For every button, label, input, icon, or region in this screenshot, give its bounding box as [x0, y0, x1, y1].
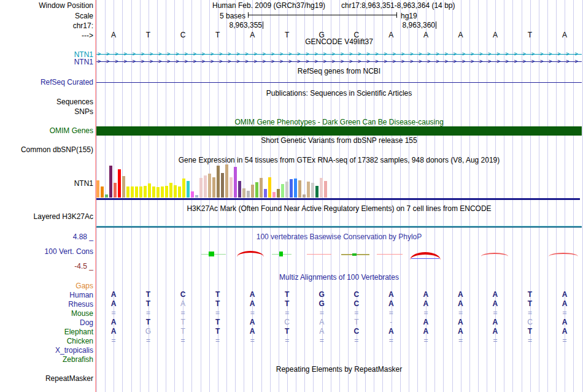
gene-label-ntn1-b[interactable]: NTN1 [74, 58, 93, 66]
gtex-tissue-bar[interactable] [264, 189, 267, 198]
alignment-base: C [270, 318, 304, 326]
strand-arrow-icon: > [410, 58, 413, 64]
h3k27ac-line-dark[interactable] [96, 226, 582, 228]
species-label-zebrafish[interactable]: Zebrafish [63, 355, 93, 364]
gtex-tissue-bar[interactable] [255, 182, 258, 198]
gtex-tissue-bar[interactable] [290, 179, 293, 198]
gtex-tissue-bar[interactable] [161, 186, 164, 198]
gtex-tissue-bar[interactable] [135, 186, 138, 198]
gtex-tissue-bar[interactable] [178, 186, 181, 198]
gtex-tissue-bar[interactable] [320, 178, 323, 198]
gtex-tissue-bar[interactable] [217, 166, 220, 198]
gtex-tissue-bar[interactable] [307, 182, 310, 198]
gtex-tissue-bar[interactable] [139, 186, 142, 198]
sequences-label[interactable]: Sequences [56, 98, 93, 106]
alignment-base: = [270, 336, 304, 345]
strand-arrow-icon: > [263, 51, 266, 57]
gtex-tissue-bar[interactable] [118, 169, 121, 198]
strand-arrow-icon: > [332, 58, 335, 64]
gtex-tissue-bar[interactable] [148, 183, 151, 198]
gtex-tissue-bar[interactable] [114, 183, 117, 198]
gtex-tissue-bar[interactable] [195, 195, 198, 198]
scale-label: Scale [75, 12, 93, 20]
strand-arrow-icon: > [358, 51, 361, 57]
gtex-bar-chart[interactable] [96, 164, 330, 198]
gtex-tissue-bar[interactable] [221, 173, 224, 198]
gtex-tissue-bar[interactable] [311, 183, 314, 198]
gtex-tissue-bar[interactable] [247, 191, 250, 198]
alignment-base: A [547, 327, 582, 336]
strand-arrow-icon: > [115, 58, 118, 64]
gtex-tissue-bar[interactable] [238, 181, 241, 198]
gtex-tissue-bar[interactable] [156, 187, 160, 198]
species-label-human[interactable]: Human [69, 291, 93, 299]
strand-arrow-icon: > [210, 58, 214, 64]
phylop-track-label[interactable]: 100 Vert. Cons [45, 247, 93, 256]
strand-arrow-icon: > [393, 58, 396, 64]
gtex-tissue-bar[interactable] [152, 186, 155, 198]
strand-arrow-icon: > [454, 51, 457, 57]
gtex-tissue-bar[interactable] [251, 185, 254, 198]
gtex-tissue-bar[interactable] [144, 186, 147, 198]
gtex-tissue-bar[interactable] [303, 194, 306, 198]
omim-gene-bar[interactable] [96, 126, 582, 136]
strand-arrow-icon: > [427, 51, 430, 57]
strand-arrow-icon: > [540, 58, 543, 64]
gtex-tissue-bar[interactable] [101, 186, 104, 198]
gtex-tissue-bar[interactable] [260, 178, 263, 198]
dbsnp-label[interactable]: Common dbSNP(155) [21, 145, 93, 154]
gtex-tissue-bar[interactable] [294, 179, 297, 198]
refseq-curated-label[interactable]: RefSeq Curated [41, 78, 93, 86]
gtex-tissue-bar[interactable] [109, 166, 112, 198]
gtex-tissue-bar[interactable] [126, 186, 129, 198]
phylop-title: 100 vertebrates Basewise Conservation by… [96, 233, 582, 241]
gtex-tissue-bar[interactable] [281, 184, 284, 198]
strand-arrow-icon: > [202, 58, 205, 64]
gtex-tissue-bar[interactable] [169, 183, 172, 198]
species-label-x_tropicalis[interactable]: X_tropicalis [55, 346, 93, 355]
alignment-base: T [131, 299, 166, 308]
gtex-tissue-bar[interactable] [191, 191, 194, 198]
gtex-tissue-bar[interactable] [324, 181, 327, 198]
gtex-tissue-bar[interactable] [242, 188, 245, 198]
gtex-tissue-bar[interactable] [174, 185, 177, 198]
gtex-tissue-bar[interactable] [187, 181, 190, 198]
repeatmasker-label[interactable]: RepeatMasker [45, 374, 93, 383]
h3k27ac-label[interactable]: Layered H3K27Ac [34, 212, 93, 221]
gtex-tissue-bar[interactable] [131, 186, 134, 198]
gtex-tissue-bar[interactable] [315, 186, 319, 198]
gtex-tissue-bar[interactable] [234, 167, 237, 198]
gtex-gene-label[interactable]: NTN1 [74, 179, 93, 188]
strand-arrow-icon: > [505, 58, 508, 64]
species-label-dog[interactable]: Dog [80, 318, 93, 327]
alignment-base: T [201, 290, 235, 299]
scale-genome: hg19 [401, 12, 417, 20]
gtex-tissue-bar[interactable] [272, 192, 276, 198]
gtex-tissue-bar[interactable] [204, 175, 207, 198]
gtex-tissue-bar[interactable] [285, 182, 288, 198]
gtex-tissue-bar[interactable] [165, 186, 168, 198]
gtex-tissue-bar[interactable] [225, 164, 228, 198]
gtex-tissue-bar[interactable] [199, 178, 203, 198]
gtex-tissue-bar[interactable] [105, 194, 108, 198]
snps-label[interactable]: SNPs [74, 107, 93, 116]
gtex-tissue-bar[interactable] [277, 189, 280, 198]
gtex-tissue-bar[interactable] [268, 177, 271, 198]
species-label-chicken[interactable]: Chicken [67, 337, 93, 345]
species-label-rhesus[interactable]: Rhesus [68, 300, 93, 309]
alignment-base: C [339, 327, 374, 336]
omim-genes-label[interactable]: OMIM Genes [50, 126, 93, 135]
gtex-tissue-bar[interactable] [96, 180, 99, 198]
strand-arrow-icon: > [436, 51, 439, 57]
gtex-tissue-bar[interactable] [182, 179, 185, 198]
strand-arrow-icon: > [106, 58, 109, 64]
species-label-elephant[interactable]: Elephant [64, 328, 93, 336]
gtex-tissue-bar[interactable] [208, 174, 211, 198]
gtex-tissue-bar[interactable] [122, 176, 125, 198]
gtex-tissue-bar[interactable] [298, 180, 301, 198]
species-label-mouse[interactable]: Mouse [71, 309, 93, 318]
gtex-tissue-bar[interactable] [212, 177, 215, 198]
species-label-gaps[interactable]: Gaps [75, 282, 93, 290]
refseq-gene-line[interactable] [96, 82, 582, 83]
gtex-tissue-bar[interactable] [230, 177, 233, 198]
